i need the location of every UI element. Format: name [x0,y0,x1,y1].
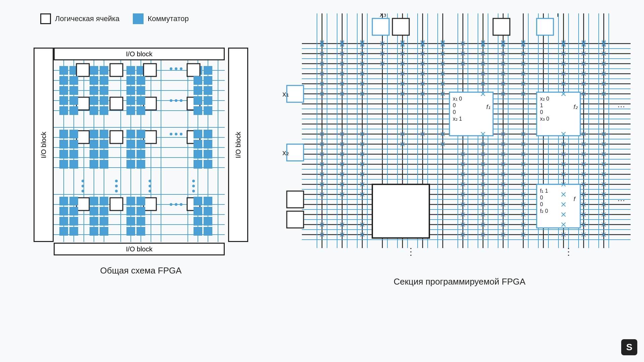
svg-point-154 [115,190,118,192]
svg-text:x₁  0: x₁ 0 [453,96,462,102]
svg-rect-62 [69,96,78,105]
svg-text:…: … [617,100,625,109]
svg-rect-130 [137,207,145,216]
svg-rect-96 [204,140,212,148]
svg-rect-148 [204,227,212,236]
svg-text:f₁: f₁ [486,104,490,110]
svg-text:f₁  1: f₁ 1 [540,188,548,194]
svg-rect-98 [69,150,78,159]
svg-text:x₃  0: x₃ 0 [540,116,549,122]
svg-point-153 [115,185,118,187]
svg-rect-33 [126,66,135,75]
svg-rect-64 [100,96,108,105]
svg-rect-99 [90,150,98,159]
svg-text:x₂: x₂ [282,148,289,157]
svg-rect-72 [100,106,108,115]
legend: Логическая ячейка Коммутатор [40,13,189,24]
svg-rect-110 [137,160,145,169]
svg-rect-287 [287,191,304,208]
svg-point-160 [192,190,195,192]
svg-point-156 [149,185,151,187]
svg-rect-32 [100,66,108,75]
svg-point-171 [175,203,177,206]
svg-rect-288 [287,211,304,228]
svg-rect-73 [126,106,135,115]
svg-rect-146 [137,227,145,236]
switch-icon [133,13,144,24]
svg-rect-29 [59,66,68,75]
io-block-left: I/O block [34,48,54,242]
svg-point-151 [82,190,84,192]
svg-rect-89 [59,140,68,148]
svg-point-157 [149,190,151,192]
svg-rect-70 [69,106,78,115]
svg-rect-102 [137,150,145,159]
svg-rect-112 [204,160,212,169]
svg-rect-78 [110,131,123,143]
svg-text:…: … [617,194,625,203]
svg-rect-114 [110,198,123,210]
svg-text:f: f [557,13,559,18]
svg-text:x₃: x₃ [380,13,386,18]
svg-text:f₂  0: f₂ 0 [540,208,548,214]
legend-switch: Коммутатор [133,13,189,24]
svg-text:⋮: ⋮ [564,246,573,257]
svg-rect-66 [137,96,145,105]
svg-text:x₂  0: x₂ 0 [540,96,549,102]
svg-point-168 [175,133,177,135]
svg-rect-79 [144,131,156,143]
svg-rect-91 [90,140,98,148]
svg-rect-67 [194,96,202,105]
svg-rect-51 [90,86,98,95]
svg-rect-93 [126,140,135,148]
svg-text:0: 0 [453,109,456,115]
svg-rect-46 [137,76,145,85]
svg-rect-133 [59,217,68,226]
svg-rect-44 [100,76,108,85]
svg-rect-119 [90,197,98,205]
fpga-section-diagram: x₃ f x₁ x₂ x₁ 0 0 0 x₂ 1 f₁ [282,13,637,275]
svg-point-167 [170,133,172,135]
svg-rect-63 [90,96,98,105]
svg-rect-85 [126,130,135,138]
svg-rect-82 [69,130,78,138]
svg-rect-90 [69,140,78,148]
svg-point-165 [175,99,177,102]
svg-point-162 [175,67,177,70]
svg-rect-94 [137,140,145,148]
svg-rect-279 [372,18,389,35]
svg-point-172 [180,203,182,206]
svg-rect-76 [204,106,212,115]
svg-rect-83 [90,130,98,138]
svg-rect-86 [137,130,145,138]
svg-rect-285 [287,85,304,102]
svg-rect-40 [187,64,200,76]
svg-rect-109 [126,160,135,169]
svg-rect-65 [126,96,135,105]
svg-rect-126 [69,207,78,216]
svg-text:0: 0 [540,201,543,207]
svg-rect-57 [76,97,89,110]
svg-text:0: 0 [453,103,456,108]
svg-rect-92 [100,140,108,148]
svg-rect-38 [110,64,123,76]
svg-rect-128 [100,207,108,216]
left-caption: Общая схема FPGA [100,265,182,276]
svg-rect-58 [110,97,123,110]
svg-point-152 [115,180,118,182]
svg-point-150 [82,185,84,187]
svg-rect-120 [100,197,108,205]
svg-rect-59 [144,97,156,110]
svg-rect-122 [137,197,145,205]
svg-text:0: 0 [540,195,543,200]
io-block-bottom: I/O block [54,243,225,255]
svg-rect-131 [194,207,202,216]
svg-rect-135 [90,217,98,226]
svg-point-149 [82,180,84,182]
right-diagram-svg: x₃ f x₁ x₂ x₁ 0 0 0 x₂ 1 f₁ [282,13,637,275]
svg-point-159 [192,185,195,187]
svg-rect-303 [372,184,429,238]
svg-rect-142 [69,227,78,236]
svg-rect-48 [204,76,212,85]
svg-rect-286 [287,144,304,161]
